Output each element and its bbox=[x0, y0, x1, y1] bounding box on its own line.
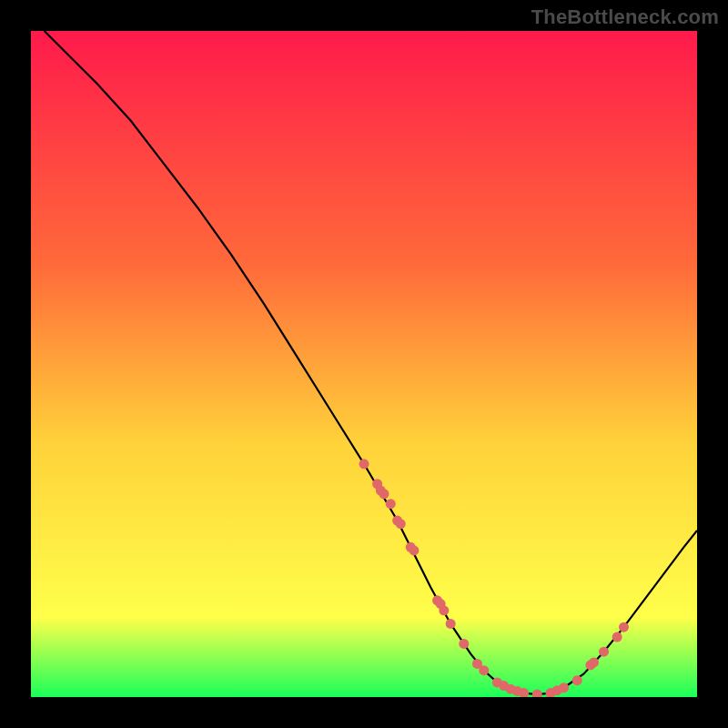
scatter-dot bbox=[559, 682, 569, 693]
scatter-dot bbox=[359, 459, 369, 469]
scatter-dot bbox=[479, 665, 489, 675]
scatter-dot bbox=[612, 632, 622, 642]
scatter-dot bbox=[409, 545, 419, 555]
scatter-dot bbox=[572, 675, 582, 685]
plot-area bbox=[31, 31, 697, 697]
chart-svg bbox=[31, 31, 697, 697]
scatter-dot bbox=[386, 499, 396, 509]
watermark-text: TheBottleneck.com bbox=[531, 5, 719, 29]
scatter-dot bbox=[619, 622, 629, 632]
gradient-background bbox=[31, 31, 697, 697]
chart-frame: TheBottleneck.com bbox=[0, 0, 728, 728]
scatter-dot bbox=[446, 619, 456, 629]
scatter-dot bbox=[439, 605, 449, 615]
scatter-dot bbox=[459, 639, 469, 649]
scatter-dot bbox=[379, 489, 389, 499]
scatter-dot bbox=[589, 657, 599, 667]
scatter-dot bbox=[599, 647, 609, 657]
scatter-dot bbox=[396, 519, 406, 529]
